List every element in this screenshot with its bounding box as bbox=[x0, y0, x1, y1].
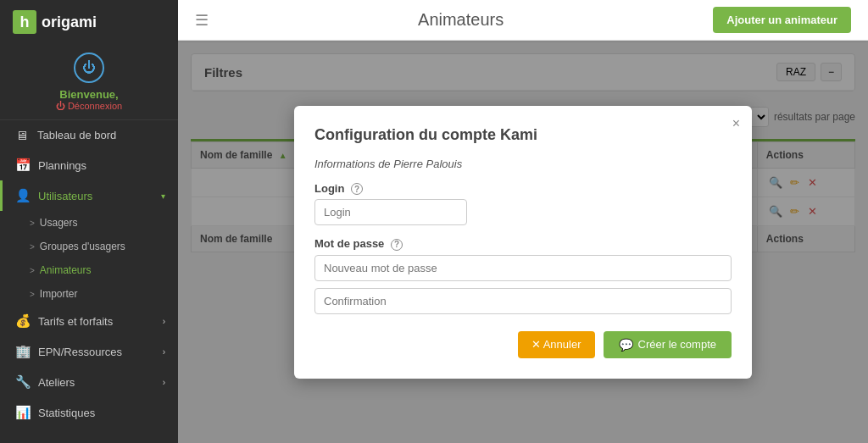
modal-subtitle: Informations de Pierre Palouis bbox=[314, 158, 732, 170]
sidebar-item-label: Groupes d'usagers bbox=[40, 241, 125, 252]
modal-title: Configuration du compte Kami bbox=[314, 126, 732, 144]
chevron-right-icon: › bbox=[163, 347, 165, 357]
main-content: ☰ Animateurs Ajouter un animateur Filtre… bbox=[178, 0, 868, 443]
chat-icon: 💬 bbox=[619, 338, 633, 352]
sidebar-item-usagers[interactable]: Usagers bbox=[0, 211, 178, 235]
dashboard-icon: 🖥 bbox=[15, 128, 31, 142]
login-input[interactable] bbox=[314, 199, 467, 225]
login-form-group: Login ? bbox=[314, 182, 732, 226]
ateliers-icon: 🔧 bbox=[15, 374, 31, 390]
logo-text: origami bbox=[42, 14, 97, 31]
password-help-icon[interactable]: ? bbox=[391, 239, 403, 251]
modal-footer: ✕ Annuler 💬 Créer le compte bbox=[314, 331, 732, 358]
add-animateur-button[interactable]: Ajouter un animateur bbox=[713, 7, 851, 33]
sidebar-nav: 🖥 Tableau de bord 📅 Plannings 👤 Utilisat… bbox=[0, 120, 178, 443]
sidebar-item-plannings[interactable]: 📅 Plannings bbox=[0, 150, 178, 180]
password-label: Mot de passe ? bbox=[314, 237, 732, 251]
sidebar-item-label: EPN/Ressources bbox=[38, 346, 122, 358]
sidebar-user: ⏻ Bienvenue, ⏻ Déconnexion bbox=[0, 44, 178, 120]
sidebar-item-groupes-usagers[interactable]: Groupes d'usagers bbox=[0, 235, 178, 258]
sidebar-item-label: Animateurs bbox=[40, 264, 92, 276]
power-icon: ⏻ bbox=[74, 53, 104, 83]
sidebar-item-label: Tableau de bord bbox=[37, 129, 116, 141]
tarifs-icon: 💰 bbox=[15, 313, 31, 329]
sidebar-item-label: Utilisateurs bbox=[38, 190, 92, 202]
sidebar: h origami ⏻ Bienvenue, ⏻ Déconnexion 🖥 T… bbox=[0, 0, 178, 443]
sidebar-item-label: Plannings bbox=[38, 159, 86, 172]
cancel-icon: ✕ bbox=[531, 338, 541, 351]
create-account-button[interactable]: 💬 Créer le compte bbox=[604, 331, 732, 358]
login-label: Login ? bbox=[314, 182, 732, 196]
sidebar-item-ateliers[interactable]: 🔧 Ateliers › bbox=[0, 367, 178, 397]
modal-dialog: × Configuration du compte Kami Informati… bbox=[294, 106, 752, 379]
chevron-down-icon: ▾ bbox=[161, 191, 165, 201]
sidebar-item-label: Usagers bbox=[40, 217, 78, 229]
logo-icon: h bbox=[13, 10, 36, 34]
sidebar-item-tarifs[interactable]: 💰 Tarifs et forfaits › bbox=[0, 306, 178, 336]
users-icon: 👤 bbox=[15, 188, 31, 203]
password-form-group: Mot de passe ? bbox=[314, 237, 732, 314]
sidebar-logo: h origami bbox=[0, 0, 178, 44]
page-title: Animateurs bbox=[209, 10, 713, 30]
sidebar-item-importer[interactable]: Importer bbox=[0, 282, 178, 306]
stats-icon: 📊 bbox=[15, 405, 31, 420]
confirm-password-input[interactable] bbox=[314, 288, 732, 314]
sidebar-item-label: Statistiques bbox=[38, 407, 95, 419]
calendar-icon: 📅 bbox=[15, 158, 31, 173]
modal-overlay: × Configuration du compte Kami Informati… bbox=[178, 41, 868, 443]
sidebar-item-label: Tarifs et forfaits bbox=[38, 315, 113, 328]
sidebar-item-label: Importer bbox=[40, 288, 78, 300]
sidebar-item-statistiques[interactable]: 📊 Statistiques bbox=[0, 397, 178, 428]
content-area: Filtres RAZ − 10 25 50 résultats par pag… bbox=[178, 41, 868, 443]
sidebar-item-tableau-de-bord[interactable]: 🖥 Tableau de bord bbox=[0, 120, 178, 150]
deconnexion-link[interactable]: ⏻ Déconnexion bbox=[8, 101, 170, 111]
login-help-icon[interactable]: ? bbox=[351, 183, 363, 195]
epn-icon: 🏢 bbox=[15, 344, 31, 359]
sidebar-item-label: Ateliers bbox=[38, 376, 75, 389]
sidebar-item-animateurs[interactable]: Animateurs bbox=[0, 258, 178, 282]
welcome-text: Bienvenue, bbox=[8, 88, 170, 101]
chevron-right-icon: › bbox=[163, 317, 165, 326]
topbar: ☰ Animateurs Ajouter un animateur bbox=[178, 0, 868, 41]
sidebar-item-epn[interactable]: 🏢 EPN/Ressources › bbox=[0, 336, 178, 367]
sidebar-item-utilisateurs[interactable]: 👤 Utilisateurs ▾ bbox=[0, 180, 178, 211]
modal-close-button[interactable]: × bbox=[732, 116, 740, 131]
new-password-input[interactable] bbox=[314, 255, 732, 281]
chevron-right-icon: › bbox=[163, 378, 165, 387]
cancel-button[interactable]: ✕ Annuler bbox=[518, 331, 595, 358]
hamburger-icon[interactable]: ☰ bbox=[195, 11, 209, 30]
